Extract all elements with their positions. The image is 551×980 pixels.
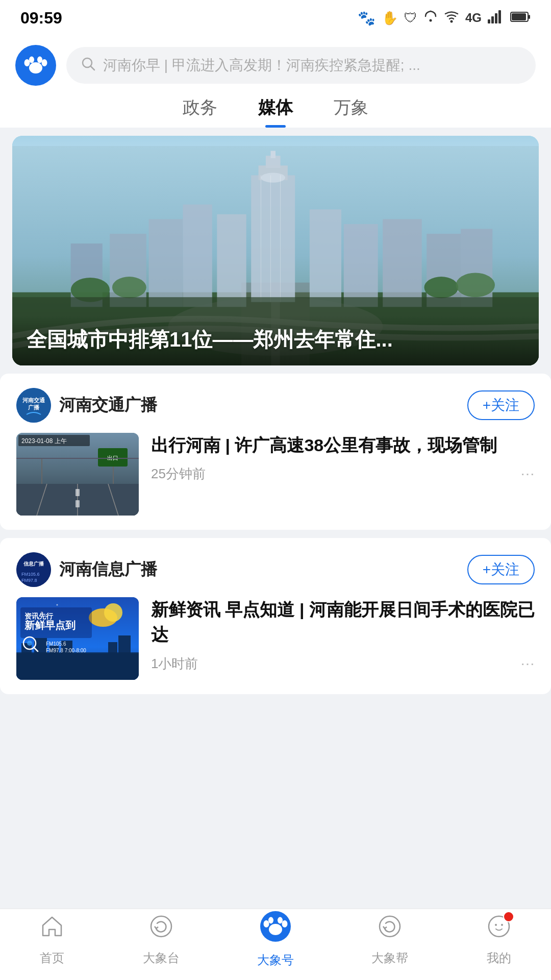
home-icon <box>39 913 65 946</box>
app-logo[interactable] <box>15 45 56 86</box>
battery-icon <box>510 11 531 24</box>
news-item-traffic[interactable]: 出口 2023-01-08 上午 出行河南 | 许广高速38公里有事故，现场管制… <box>16 433 535 516</box>
svg-rect-72 <box>16 652 139 680</box>
news-content-traffic: 出行河南 | 许广高速38公里有事故，现场管制 25分钟前 ⋯ <box>151 433 535 483</box>
svg-point-96 <box>501 924 503 926</box>
svg-point-41 <box>456 273 495 297</box>
svg-rect-7 <box>512 13 526 20</box>
nav-home[interactable]: 首页 <box>39 913 65 966</box>
hand-icon: ✋ <box>382 10 398 26</box>
channel-header-1: 河南交通 广播 河南交通广播 +关注 <box>16 388 535 423</box>
svg-point-91 <box>278 917 283 923</box>
svg-line-15 <box>91 66 94 70</box>
svg-rect-8 <box>529 15 530 19</box>
nav-daxianghao[interactable]: 大象号 <box>257 911 294 968</box>
svg-point-82 <box>27 641 32 646</box>
status-icons: 🐾 ✋ 🛡 4G <box>358 9 531 27</box>
tab-wanxiang[interactable]: 万象 <box>334 96 368 128</box>
news-thumb-fresh: 资讯先行 新鲜早点到 FM105.6 FM97.8 7:00-8:00 <box>16 597 139 680</box>
svg-point-13 <box>42 59 47 66</box>
svg-text:广播: 广播 <box>28 404 40 410</box>
news-card-2: 信息广播 FM105.6 FM97.8 河南信息广播 +关注 <box>0 538 551 694</box>
svg-text:新鲜早点到: 新鲜早点到 <box>24 620 76 631</box>
svg-point-1 <box>450 20 453 22</box>
channel-logo-info[interactable]: 信息广播 FM105.6 FM97.8 <box>16 552 51 587</box>
signal-icon <box>488 10 504 26</box>
more-btn-info[interactable]: ⋯ <box>520 655 535 672</box>
4g-label: 4G <box>465 11 482 25</box>
svg-rect-33 <box>310 209 341 307</box>
svg-rect-2 <box>488 19 490 23</box>
svg-rect-34 <box>344 224 378 307</box>
svg-point-95 <box>495 924 497 926</box>
nav-mine-label: 我的 <box>487 950 511 966</box>
svg-rect-20 <box>251 175 295 302</box>
svg-point-12 <box>37 57 42 63</box>
nav-daxiangbang-label: 大象帮 <box>371 950 408 966</box>
wifi-icon <box>444 10 459 27</box>
svg-text:2023-01-08 上午: 2023-01-08 上午 <box>21 437 67 445</box>
main-content: 全国城市中排第11位——郑州去年常住... 河南交通 广播 河南交通广播 +关注 <box>0 136 551 784</box>
svg-point-88 <box>269 924 282 935</box>
svg-point-86 <box>151 916 171 937</box>
svg-text:FM97.8 7:00-8:00: FM97.8 7:00-8:00 <box>46 648 86 653</box>
paw-nav-icon <box>260 911 291 948</box>
header: 河南你早 | 甲流进入高发期！河南疾控紧急提醒; ... <box>0 36 551 86</box>
news-meta-info: 1小时前 ⋯ <box>151 655 535 673</box>
svg-point-92 <box>282 920 288 927</box>
follow-btn-info[interactable]: +关注 <box>467 555 535 584</box>
svg-text:FM105.6: FM105.6 <box>46 641 66 647</box>
svg-point-74 <box>104 603 122 622</box>
news-time-traffic: 25分钟前 <box>151 465 206 483</box>
hero-overlay: 全国城市中排第11位——郑州去年常住... <box>12 315 539 365</box>
nav-home-label: 首页 <box>40 950 64 966</box>
news-thumb-traffic: 出口 2023-01-08 上午 <box>16 433 139 516</box>
svg-text:FM105.6: FM105.6 <box>21 572 40 577</box>
tabs-bar: 政务 媒体 万象 <box>0 86 551 128</box>
svg-rect-51 <box>76 489 80 496</box>
more-btn-traffic[interactable]: ⋯ <box>520 465 535 482</box>
svg-rect-31 <box>183 205 212 307</box>
svg-rect-4 <box>495 13 497 23</box>
svg-point-24 <box>261 173 285 183</box>
paw-icon: 🐾 <box>358 10 375 27</box>
refresh-icon <box>423 9 438 27</box>
search-bar[interactable]: 河南你早 | 甲流进入高发期！河南疾控紧急提醒; ... <box>66 47 536 84</box>
svg-point-10 <box>24 59 30 66</box>
channel-logo-traffic[interactable]: 河南交通 广播 <box>16 388 51 423</box>
svg-rect-23 <box>270 151 276 158</box>
news-title-traffic: 出行河南 | 许广高速38公里有事故，现场管制 <box>151 433 535 458</box>
tv-icon <box>148 913 174 946</box>
shield-icon: 🛡 <box>404 10 417 26</box>
svg-point-89 <box>264 920 269 927</box>
svg-point-76 <box>57 604 58 606</box>
channel-name-traffic: 河南交通广播 <box>59 394 157 416</box>
news-card-1: 河南交通 广播 河南交通广播 +关注 <box>0 374 551 530</box>
svg-point-90 <box>268 917 273 923</box>
follow-btn-traffic[interactable]: +关注 <box>467 390 535 420</box>
channel-info-2: 信息广播 FM105.6 FM97.8 河南信息广播 <box>16 552 157 587</box>
refresh-circle-icon <box>377 913 403 946</box>
svg-rect-52 <box>76 500 80 507</box>
nav-daxiangtai-label: 大象台 <box>143 950 180 966</box>
nav-daxiangbang[interactable]: 大象帮 <box>371 913 408 966</box>
status-time: 09:59 <box>20 9 62 28</box>
tab-zhengwu[interactable]: 政务 <box>183 96 217 128</box>
tab-meiti[interactable]: 媒体 <box>258 96 293 128</box>
status-bar: 09:59 🐾 ✋ 🛡 4G <box>0 0 551 36</box>
news-item-info[interactable]: 资讯先行 新鲜早点到 FM105.6 FM97.8 7:00-8:00 新鲜资讯… <box>16 597 535 680</box>
svg-rect-32 <box>217 214 246 307</box>
svg-point-9 <box>29 62 42 74</box>
nav-mine[interactable]: 我的 <box>486 913 512 966</box>
bottom-nav: 首页 大象台 大象号 <box>0 909 551 980</box>
news-time-info: 1小时前 <box>151 655 198 673</box>
hero-title: 全国城市中排第11位——郑州去年常住... <box>27 326 524 353</box>
nav-daxiangtai[interactable]: 大象台 <box>143 913 180 966</box>
svg-rect-28 <box>149 219 183 307</box>
hero-banner[interactable]: 全国城市中排第11位——郑州去年常住... <box>12 136 539 365</box>
svg-point-0 <box>429 19 432 21</box>
svg-text:FM97.8: FM97.8 <box>21 578 37 583</box>
svg-text:河南交通: 河南交通 <box>22 397 45 403</box>
svg-point-11 <box>29 57 34 63</box>
search-placeholder: 河南你早 | 甲流进入高发期！河南疾控紧急提醒; ... <box>103 56 420 75</box>
